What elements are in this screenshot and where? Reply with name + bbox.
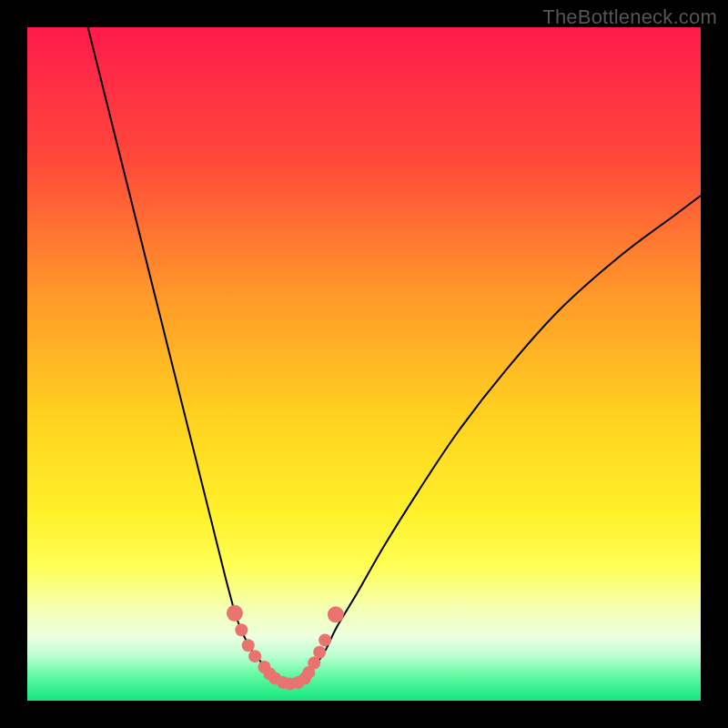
marker-dot (313, 646, 326, 659)
marker-dot (242, 639, 255, 652)
curve-layer (27, 27, 701, 701)
marker-dot (248, 650, 261, 662)
marker-dot (227, 605, 243, 622)
marker-dot (328, 606, 344, 622)
plot-area (27, 27, 701, 701)
marker-dot (235, 623, 248, 636)
watermark-text: TheBottleneck.com (542, 5, 717, 29)
curve-left-branch (88, 27, 277, 679)
marker-dot (308, 657, 320, 670)
chart-frame: TheBottleneck.com (0, 0, 728, 728)
marker-dot (318, 633, 331, 646)
curve-right-branch (303, 196, 701, 679)
